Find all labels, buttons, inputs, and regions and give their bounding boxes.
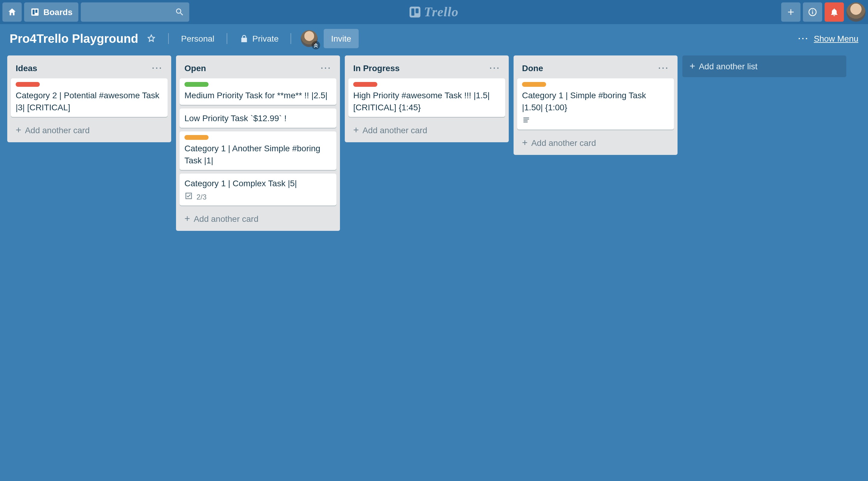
create-button[interactable]: [781, 2, 801, 22]
info-icon: [808, 7, 817, 17]
add-card-label: Add another card: [363, 125, 427, 135]
divider: [290, 33, 291, 44]
visibility-button[interactable]: Private: [237, 29, 281, 48]
board-menu-icon[interactable]: ⋯: [798, 32, 809, 45]
app-logo-text: Trello: [424, 4, 458, 20]
star-icon: [147, 34, 156, 43]
board-member-avatar[interactable]: [301, 30, 318, 47]
list: In Progress ⋯ High Priority #awesome Tas…: [345, 56, 509, 142]
card-title: Category 1 | Another Simple #boring Task…: [184, 142, 332, 166]
invite-label: Invite: [331, 34, 351, 43]
board-header: Pro4Trello Playground Personal Private I…: [0, 24, 868, 53]
list: Done ⋯ Category 1 | Simple #boring Task …: [514, 56, 678, 155]
card-badges: [522, 116, 669, 126]
plus-icon: +: [353, 125, 359, 135]
boards-button[interactable]: Boards: [24, 2, 79, 22]
list-cards: Category 1 | Simple #boring Task |1.50| …: [517, 78, 674, 133]
card-title: Category 2 | Potential #awesome Task |3|…: [16, 89, 163, 113]
svg-rect-4: [812, 11, 813, 14]
card-title: Category 1 | Simple #boring Task |1.50| …: [522, 89, 669, 113]
svg-rect-2: [35, 10, 37, 13]
user-avatar[interactable]: [846, 2, 866, 22]
list-header: Open ⋯: [180, 59, 336, 78]
info-button[interactable]: [803, 2, 822, 22]
list-cards: Category 2 | Potential #awesome Task |3|…: [11, 78, 167, 121]
add-list-button[interactable]: + Add another list: [682, 56, 846, 77]
board-title[interactable]: Pro4Trello Playground: [10, 32, 138, 45]
card[interactable]: Low Priority Task `$12.99` !: [180, 108, 336, 128]
app-root: Boards Trello Pro4Trello Playground: [0, 0, 868, 481]
global-header: Boards Trello: [0, 0, 868, 24]
visibility-label: Private: [252, 34, 278, 43]
plus-icon: +: [689, 62, 695, 71]
add-card-label: Add another card: [531, 138, 596, 148]
checklist-count: 2/3: [196, 193, 207, 201]
add-card-button[interactable]: + Add another card: [11, 121, 167, 140]
card[interactable]: Category 1 | Simple #boring Task |1.50| …: [517, 78, 674, 130]
card-title: Low Priority Task `$12.99` !: [184, 112, 332, 124]
home-icon: [7, 7, 17, 17]
card[interactable]: Category 2 | Potential #awesome Task |3|…: [11, 78, 167, 117]
list-menu-button[interactable]: ⋯: [489, 62, 500, 75]
list-title[interactable]: Done: [522, 63, 543, 73]
divider: [226, 33, 227, 44]
svg-rect-0: [31, 8, 38, 16]
card-title: Medium Priority Task for **me** !! |2.5|: [184, 89, 332, 101]
boards-button-label: Boards: [43, 7, 72, 17]
svg-rect-5: [812, 10, 813, 10]
list-menu-button[interactable]: ⋯: [320, 62, 332, 75]
team-label: Personal: [181, 34, 215, 43]
divider: [168, 33, 169, 44]
plus-icon: [786, 7, 796, 17]
list-menu-button[interactable]: ⋯: [151, 62, 163, 75]
team-button[interactable]: Personal: [179, 29, 217, 48]
add-card-button[interactable]: + Add another card: [517, 133, 674, 153]
home-button[interactable]: [2, 2, 22, 22]
card[interactable]: Medium Priority Task for **me** !! |2.5|: [180, 78, 336, 105]
card-label: [184, 135, 209, 140]
svg-rect-1: [33, 10, 35, 14]
add-card-button[interactable]: + Add another card: [348, 121, 505, 140]
boards-icon: [30, 7, 40, 17]
list: Open ⋯ Medium Priority Task for **me** !…: [176, 56, 340, 231]
add-card-label: Add another card: [25, 125, 90, 135]
bell-icon: [830, 7, 839, 17]
list-cards: High Priority #awesome Task !!! |1.5| [C…: [348, 78, 505, 121]
search-input[interactable]: [81, 2, 189, 22]
app-logo[interactable]: Trello: [410, 4, 458, 20]
list-title[interactable]: In Progress: [353, 63, 400, 73]
list-header: Ideas ⋯: [11, 59, 167, 78]
card-title: Category 1 | Complex Task |5|: [184, 177, 332, 189]
add-list-label: Add another list: [699, 62, 758, 71]
member-badge-icon: [312, 41, 320, 50]
board-canvas[interactable]: Ideas ⋯ Category 2 | Potential #awesome …: [0, 53, 868, 481]
list-cards: Medium Priority Task for **me** !! |2.5|…: [180, 78, 336, 209]
add-card-label: Add another card: [194, 214, 258, 224]
list: Ideas ⋯ Category 2 | Potential #awesome …: [7, 56, 171, 142]
plus-icon: +: [16, 125, 22, 135]
card[interactable]: High Priority #awesome Task !!! |1.5| [C…: [348, 78, 505, 117]
search-icon: [175, 7, 184, 17]
description-icon: [522, 116, 530, 126]
list-title[interactable]: Open: [184, 63, 206, 73]
show-menu-button[interactable]: Show Menu: [814, 34, 858, 43]
card-title: High Priority #awesome Task !!! |1.5| [C…: [353, 89, 500, 113]
invite-button[interactable]: Invite: [324, 29, 358, 48]
list-menu-button[interactable]: ⋯: [658, 62, 669, 75]
checklist-icon: [184, 192, 193, 202]
star-board-button[interactable]: [144, 29, 159, 48]
card-label: [522, 82, 546, 87]
card[interactable]: Category 1 | Another Simple #boring Task…: [180, 131, 336, 170]
lock-icon: [239, 34, 249, 43]
trello-logo-icon: [410, 7, 421, 18]
card-label: [184, 82, 209, 87]
card-badges: 2/3: [184, 192, 332, 202]
card-label: [353, 82, 377, 87]
card[interactable]: Category 1 | Complex Task |5|2/3: [180, 173, 336, 205]
list-header: In Progress ⋯: [348, 59, 505, 78]
add-card-button[interactable]: + Add another card: [180, 209, 336, 228]
header-right-tools: [781, 2, 866, 22]
list-title[interactable]: Ideas: [16, 63, 37, 73]
notifications-button[interactable]: [825, 2, 844, 22]
list-header: Done ⋯: [517, 59, 674, 78]
